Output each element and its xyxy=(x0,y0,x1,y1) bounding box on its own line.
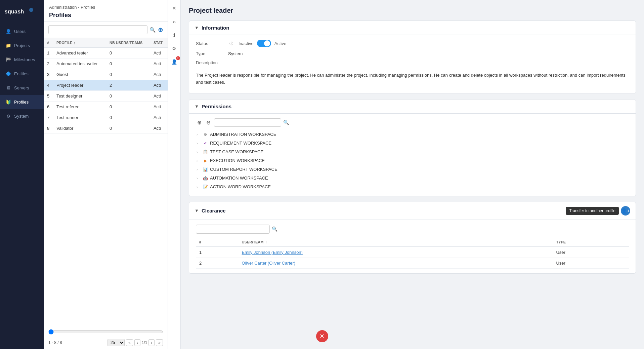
permissions-title: Permissions xyxy=(202,104,231,109)
clearance-section-header: ▼ Clearance Transfer to another profile … xyxy=(189,202,636,220)
entities-icon: 🔷 xyxy=(5,71,11,77)
col-type: TYPE xyxy=(553,238,629,247)
workspace-actionword[interactable]: › 📝 ACTION WORD WORKSPACE xyxy=(196,183,629,191)
info-button[interactable]: ℹ xyxy=(170,30,179,40)
clearance-table-row: 1 Emily Johnson (Emily Johnson) User xyxy=(196,247,629,258)
permissions-section-header[interactable]: ▼ Permissions xyxy=(189,100,636,114)
permissions-search-button[interactable]: 🔍 xyxy=(283,120,289,125)
table-row[interactable]: 2 Automated test writer 0 Acti xyxy=(44,59,168,69)
cell-nb: 0 xyxy=(106,102,150,112)
tc-label: TEST CASE WORKSPACE xyxy=(210,149,263,154)
permissions-search-input[interactable] xyxy=(214,118,281,127)
pagination: 1 - 8 / 8 2550100 « ‹ 1/1 › » xyxy=(44,336,168,349)
cell-num: 8 xyxy=(44,123,53,134)
exec-chevron: › xyxy=(197,159,201,163)
cell-nb: 0 xyxy=(106,112,150,123)
clearance-chevron: ▼ xyxy=(195,208,199,213)
col-profile[interactable]: PROFILE ↑ xyxy=(53,38,106,48)
workspace-automation[interactable]: › 🤖 AUTOMATION WORKSPACE xyxy=(196,174,629,183)
page-size-select[interactable]: 2550100 xyxy=(108,339,125,346)
table-row[interactable]: 3 Guest 0 Acti xyxy=(44,69,168,80)
cell-num: 6 xyxy=(44,102,53,112)
cell-name: Automated test writer xyxy=(53,59,106,69)
profile-panel: Administration - Profiles Profiles 🔍 ⊕ #… xyxy=(44,0,168,349)
gear-button[interactable]: ⚙ xyxy=(170,44,179,53)
table-row[interactable]: 1 Advanced tester 0 Acti xyxy=(44,48,168,59)
collapse-button[interactable]: ‹‹ xyxy=(170,17,179,26)
clearance-header-left[interactable]: ▼ Clearance xyxy=(195,208,226,214)
tc-chevron: › xyxy=(197,150,201,154)
status-toggle[interactable] xyxy=(257,40,271,47)
sidebar-item-system[interactable]: ⚙ System xyxy=(0,109,44,123)
table-row[interactable]: 5 Test designer 0 Acti xyxy=(44,91,168,102)
search-button[interactable]: 🔍 xyxy=(149,27,156,33)
cell-num: 4 xyxy=(44,80,53,91)
workspace-execution[interactable]: › ▶ EXECUTION WORKSPACE xyxy=(196,156,629,165)
profile-search-input[interactable] xyxy=(48,25,147,34)
information-section-header[interactable]: ▼ Information xyxy=(189,21,636,35)
toggle-knob xyxy=(264,40,270,46)
description-label: Description xyxy=(196,60,223,65)
last-page-button[interactable]: » xyxy=(156,339,163,346)
cell-name: Advanced tester xyxy=(53,48,106,59)
cell-name: Test designer xyxy=(53,91,106,102)
zoom-out-button[interactable]: ⊖ xyxy=(205,119,212,126)
prev-page-button[interactable]: ‹ xyxy=(134,339,140,346)
zoom-in-button[interactable]: ⊕ xyxy=(196,119,203,126)
close-circle-button[interactable]: ✕ xyxy=(316,330,328,342)
svg-point-1 xyxy=(29,8,33,12)
h-scrollbar[interactable] xyxy=(48,331,163,333)
page-range: 1 - 8 / 8 xyxy=(48,340,62,345)
tc-icon: 📋 xyxy=(203,149,208,155)
exec-label: EXECUTION WORKSPACE xyxy=(210,158,265,163)
workspace-report[interactable]: › 📊 CUSTOM REPORT WORKSPACE xyxy=(196,165,629,174)
milestones-icon: 🏁 xyxy=(5,56,11,63)
clearance-num: 2 xyxy=(196,258,239,268)
clearance-title: Clearance xyxy=(202,208,226,214)
detail-title: Project leader xyxy=(189,7,636,14)
cell-num: 3 xyxy=(44,69,53,80)
next-page-button[interactable]: › xyxy=(148,339,155,346)
sidebar-item-servers[interactable]: 🖥 Servers xyxy=(0,81,44,95)
table-row[interactable]: 8 Validator 0 Acti xyxy=(44,123,168,134)
permissions-section: ▼ Permissions ⊕ ⊖ 🔍 › ⚙ ADMINISTRATION W… xyxy=(189,99,636,196)
main-area: Administration - Profiles Profiles 🔍 ⊕ #… xyxy=(44,0,644,349)
table-row[interactable]: 7 Test runner 0 Acti xyxy=(44,112,168,123)
clearance-body: 🔍 # USER/TEAM ↑ TYPE 1 Emily Johnson (Em… xyxy=(189,220,636,273)
add-profile-button[interactable]: ⊕ xyxy=(158,26,163,34)
table-row[interactable]: 4 Project leader 2 Acti xyxy=(44,80,168,91)
clearance-search-button[interactable]: 🔍 xyxy=(272,226,277,232)
status-row: Status ⓘ Inactive Active xyxy=(196,40,629,47)
cell-name: Project leader xyxy=(53,80,106,91)
clearance-search-input[interactable] xyxy=(196,225,270,234)
report-label: CUSTOM REPORT WORKSPACE xyxy=(210,167,277,172)
page-number: 1/1 xyxy=(142,340,147,345)
close-panel-button[interactable]: ✕ xyxy=(170,3,179,13)
cell-nb: 0 xyxy=(106,123,150,134)
col-num: # xyxy=(196,238,239,247)
workspace-testcase[interactable]: › 📋 TEST CASE WORKSPACE xyxy=(196,148,629,156)
transfer-button[interactable]: 👤+ xyxy=(621,206,630,216)
sidebar-item-profiles[interactable]: 🔰 Profiles xyxy=(0,95,44,109)
sidebar-item-users[interactable]: 👤 Users xyxy=(0,24,44,38)
table-row[interactable]: 6 Test referee 0 Acti xyxy=(44,102,168,112)
col-user[interactable]: USER/TEAM ↑ xyxy=(239,238,553,247)
report-chevron: › xyxy=(197,167,201,171)
clearance-user: Emily Johnson (Emily Johnson) xyxy=(239,247,553,258)
sidebar-item-milestones[interactable]: 🏁 Milestones xyxy=(0,52,44,67)
sort-icon: ↑ xyxy=(266,240,267,244)
inactive-label: Inactive xyxy=(239,41,254,46)
clearance-user: Oliver Carter (Oliver Carter) xyxy=(239,258,553,268)
cell-name: Test runner xyxy=(53,112,106,123)
user-link[interactable]: Oliver Carter (Oliver Carter) xyxy=(242,261,296,266)
horizontal-scroll[interactable] xyxy=(44,327,168,336)
user-link[interactable]: Emily Johnson (Emily Johnson) xyxy=(242,250,303,255)
detail-panel: Project leader ▼ Information Status ⓘ In… xyxy=(181,0,644,349)
sidebar-item-projects[interactable]: 📁 Projects xyxy=(0,38,44,52)
status-help-icon[interactable]: ⓘ xyxy=(229,41,233,46)
information-title: Information xyxy=(202,25,229,31)
workspace-requirement[interactable]: › ✔ REQUIREMENT WORKSPACE xyxy=(196,139,629,148)
workspace-admin[interactable]: › ⚙ ADMINISTRATION WORKSPACE xyxy=(196,130,629,139)
first-page-button[interactable]: « xyxy=(126,339,133,346)
sidebar-item-entities[interactable]: 🔷 Entities xyxy=(0,67,44,81)
